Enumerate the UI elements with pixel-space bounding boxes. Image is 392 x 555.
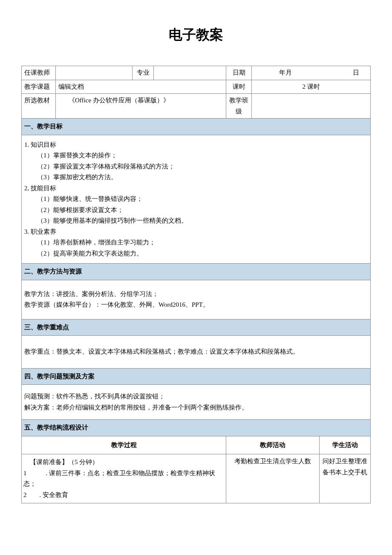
teacher-activity-cell: 考勤检查卫生清点学生人数 [226,454,320,503]
section-3-content: 教学重点：替换文本、设置文本字体格式和段落格式；教学难点：设置文本字体格式和段落… [22,336,371,369]
s1-p1: 1. 知识目标 [24,141,56,148]
lesson-plan-table: 任课教师 专业 日期 年月 日 教学课题 编辑文档 课时 2 课时 所选教材 《… [21,66,371,503]
value-teacher [56,66,133,80]
section-4-header: 四、教学问题预测及方案 [22,368,371,385]
s1-p1-3: （3）掌握加密文档的方法。 [24,172,368,183]
label-textbook: 所选教材 [22,94,56,119]
proc-l3: 2 . 安全教育 [23,491,68,498]
s1-p2-1: （1）能够快速、统一替换错误内容； [24,194,368,205]
process-cell: 【课前准备】（5 分钟） 1 . 课前三件事：点名；检查卫生和物品摆放；检查学生… [22,454,226,503]
section-1-content: 1. 知识目标 （1）掌握替换文本的操作； （2）掌握设置文本字体格式和段落格式… [22,135,371,264]
s3-l1: 教学重点：替换文本、设置文本字体格式和段落格式；教学难点：设置文本字体格式和段落… [24,348,299,355]
s4-l2: 解决方案：老师介绍编辑文档时的常用按钮，并准备一个到两个案例熟练操作。 [24,404,248,411]
section-2-header: 二、教学方法与资源 [22,264,371,280]
value-class [252,94,371,119]
col-process: 教学过程 [22,436,226,454]
s1-p3-2: （2）提高审美能力和文字表达能力。 [24,248,368,259]
s2-l2: 教学资源（媒体和平台）：一体化教室、外网、Word2016、PPT。 [24,301,209,308]
label-topic: 教学课题 [22,80,56,94]
proc-l2: 1 . 课前三件事：点名；检查卫生和物品摆放；检查学生精神状态； [23,470,215,488]
value-date: 年月 日 [252,66,371,80]
s2-l1: 教学方法：讲授法、案例分析法、分组学习法； [24,291,159,297]
date-day: 日 [318,67,363,78]
s1-p1-2: （2）掌握设置文本字体格式和段落格式的方法； [24,161,368,172]
value-topic: 编辑文档 [56,80,226,94]
s1-p2: 2, 技能目标 [24,185,56,192]
value-hours: 2 课时 [252,80,371,94]
s1-p1-1: （1）掌握替换文本的操作； [24,150,368,161]
label-hours: 课时 [226,80,252,94]
s1-p2-3: （3）能够使用基本的编排技巧制作一些精美的文档。 [24,215,368,227]
label-class: 教学班级 [226,94,252,119]
label-teacher: 任课教师 [22,66,56,80]
date-year-month: 年月 [254,67,317,78]
document-title: 电子教案 [21,26,371,44]
s1-p3-1: （1）培养创新精神，增强自主学习能力； [24,237,368,248]
s4-l1: 问题预测：软件不熟悉，找不到具体的设置按钮； [24,393,165,400]
section-4-content: 问题预测：软件不熟悉，找不到具体的设置按钮； 解决方案：老师介绍编辑文档时的常用… [22,385,371,420]
section-5-header: 五、教学结构流程设计 [22,420,371,436]
s1-p2-2: （2）能够根据要求设置文本； [24,205,368,216]
student-activity-cell: 问好卫生整理准备书本上交手机 [320,454,371,503]
proc-l1: 【课前准备】（5 分钟） [23,459,98,465]
section-1-header: 一、教学目标 [22,119,371,135]
value-major [154,66,226,80]
label-major: 专业 [133,66,154,80]
section-2-content: 教学方法：讲授法、案例分析法、分组学习法； 教学资源（媒体和平台）：一体化教室、… [22,280,371,319]
label-date: 日期 [226,66,252,80]
value-textbook: 《Office 办公软件应用（慕课版）》 [56,94,226,119]
col-teacher: 教师活动 [226,436,320,454]
col-student: 学生活动 [320,436,371,454]
section-3-header: 三、教学重难点 [22,319,371,336]
s1-p3: 3. 职业素养 [24,228,56,235]
